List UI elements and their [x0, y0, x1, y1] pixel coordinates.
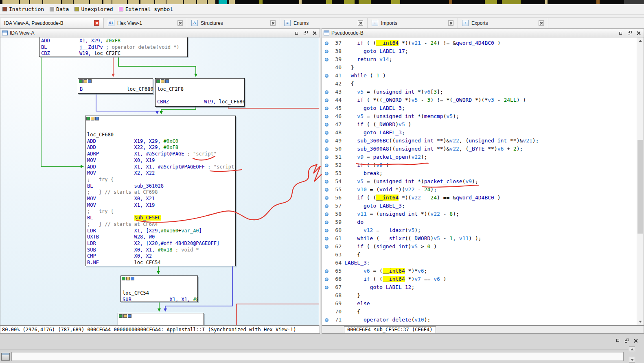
scroll-up-button[interactable] — [637, 37, 644, 44]
pseudocode-line[interactable]: 42 { — [322, 80, 637, 88]
line-marker-dot[interactable] — [325, 180, 329, 184]
scrollbar-thumb[interactable] — [637, 140, 643, 234]
asm-line[interactable]: BL sub_CE5EC — [87, 215, 234, 221]
basic-block[interactable]: loc_CF2F8 CBNZ W19, loc_CF680 — [155, 78, 245, 107]
line-marker-dot[interactable] — [325, 212, 329, 216]
pseudocode-line[interactable]: 54 v5 = (unsigned int *)packet_close(v9)… — [322, 177, 637, 186]
pseudocode-line[interactable]: 52 if ( !v9 ) — [322, 161, 637, 169]
asm-line[interactable]: loc_CF680 — [87, 132, 234, 138]
command-input[interactable] — [11, 352, 624, 361]
node-info-icon[interactable] — [128, 314, 131, 318]
line-marker-dot[interactable] — [325, 164, 329, 167]
pseudocode-line[interactable]: 41 while ( 1 ) — [322, 72, 637, 80]
ida-view-titlebar[interactable]: IDA View-A — [0, 28, 320, 37]
asm-line[interactable]: ; } // starts at CF698 — [87, 189, 234, 196]
asm-line[interactable]: UXTB W28, W0 — [87, 234, 234, 241]
line-marker-dot[interactable] — [325, 196, 329, 200]
restore-button[interactable] — [614, 337, 621, 343]
asm-line[interactable] — [157, 93, 243, 99]
line-marker-dot[interactable] — [325, 139, 329, 143]
node-color-icon[interactable] — [91, 117, 94, 120]
pseudocode-line[interactable]: 63 { — [322, 251, 637, 259]
tab-enums[interactable]: ≡Enums — [280, 18, 368, 28]
line-marker-dot[interactable] — [325, 318, 329, 322]
float-button[interactable] — [623, 337, 630, 343]
pseudocode-line[interactable]: 39 return v14; — [322, 55, 637, 63]
line-marker-dot[interactable] — [325, 107, 329, 110]
line-marker-dot[interactable] — [325, 131, 329, 135]
asm-line[interactable]: CBZ W19, loc_CF2FC — [41, 50, 186, 57]
float-button[interactable] — [302, 30, 309, 36]
node-info-icon[interactable] — [165, 79, 169, 83]
console-icon[interactable] — [1, 353, 10, 361]
node-color-icon[interactable] — [126, 277, 130, 280]
asm-line[interactable]: BL sub_361028 — [87, 183, 234, 190]
pseudocode-line[interactable]: 51 v9 = packet_open(v22); — [322, 153, 637, 161]
pseudocode-line[interactable]: 68 } — [322, 291, 637, 300]
restore-button[interactable] — [617, 30, 624, 36]
pseudocode-line[interactable]: 53 break; — [322, 169, 637, 177]
asm-line[interactable]: SUB X1, X1, #8 — [123, 297, 197, 302]
pseudocode-line[interactable]: 37 if ( (__int64 *)(v21 - 24) != &qword_… — [322, 39, 637, 47]
basic-block[interactable]: loc_CFC54SUB X1, X1, #8 — [120, 276, 198, 302]
pseudocode-line[interactable]: 50 sub_3600A8((unsigned int **)&v22, (_B… — [322, 145, 637, 153]
group-node-icon[interactable] — [119, 314, 123, 318]
tab-structures[interactable]: AStructures — [187, 18, 280, 28]
pseudocode-line[interactable]: 43 v5 = (unsigned int *)v6[3]; — [322, 88, 637, 96]
line-marker-dot[interactable] — [325, 221, 329, 224]
pseudocode-line[interactable]: 66 if ( (__int64 *)v7 == v6 ) — [322, 275, 637, 283]
tab-exports[interactable]: ↑Exports — [458, 18, 548, 28]
line-marker-dot[interactable] — [325, 188, 329, 192]
line-marker-dot[interactable] — [325, 229, 329, 232]
group-node-icon[interactable] — [156, 79, 160, 83]
node-color-icon[interactable] — [83, 79, 87, 83]
asm-line[interactable]: ; } // starts at CF6A4 — [87, 221, 234, 228]
line-marker-dot[interactable] — [325, 278, 329, 281]
line-marker-dot[interactable] — [325, 172, 329, 175]
line-marker-dot[interactable] — [325, 90, 329, 94]
asm-line[interactable]: ADD X1, X1, #aScript@PAGEOFF ; "script" — [87, 164, 234, 171]
pseudocode-line[interactable]: 57 goto LABEL_3; — [322, 202, 637, 210]
line-marker-dot[interactable] — [325, 269, 329, 273]
asm-line[interactable]: SUB X0, X1, #0x18 ; void * — [87, 247, 234, 254]
close-button[interactable] — [635, 30, 642, 36]
asm-line[interactable]: LDR X2, [X20,#off_4B4D20@PAGEOFF] — [87, 241, 234, 247]
tab-close-button[interactable] — [177, 20, 183, 26]
asm-line[interactable]: ADD X19, X29, #0xC0 — [87, 138, 234, 145]
tab-close-button[interactable] — [270, 20, 276, 26]
node-info-icon[interactable] — [95, 117, 99, 120]
float-button[interactable] — [626, 30, 633, 36]
pseudocode-line[interactable]: 59 do — [322, 218, 637, 226]
asm-line[interactable]: B.NE loc_CFC54 — [87, 260, 234, 266]
line-marker-dot[interactable] — [325, 58, 329, 61]
line-marker-dot[interactable] — [325, 98, 329, 102]
line-marker-dot[interactable] — [325, 204, 329, 208]
asm-line[interactable]: MOV X0, X19 — [87, 157, 234, 164]
pseudocode-line[interactable]: 49 sub_3606BC((unsigned int **)&v22, (un… — [322, 137, 637, 145]
tab-close-button[interactable] — [358, 20, 363, 26]
asm-line[interactable]: CBNZ W19, loc_CF680 — [157, 99, 243, 105]
line-marker-dot[interactable] — [325, 115, 329, 118]
asm-line[interactable]: CMP X0, X2 — [87, 253, 234, 260]
node-color-icon[interactable] — [161, 79, 164, 83]
dock-scroll-up[interactable] — [629, 346, 635, 352]
tab-hex-view-1[interactable]: 01Hex View-1 — [104, 18, 187, 28]
pseudocode-line[interactable]: 70 { — [322, 308, 637, 316]
tab-ida-view-a-pseudocode-b[interactable]: IDA View-A, Pseudocode-B — [0, 18, 104, 28]
asm-line[interactable]: MOV X0, X21 — [87, 196, 234, 202]
asm-line[interactable]: ADD X1, X29, #0xF8 — [41, 38, 186, 44]
pseudocode-line[interactable]: 44 if ( *((_QWORD *)v5 - 3) != *(_QWORD … — [322, 96, 637, 104]
pseudocode-line[interactable]: 56 if ( (__int64 *)(v22 - 24) == &qword_… — [322, 194, 637, 202]
line-marker-dot[interactable] — [325, 123, 329, 127]
line-marker-dot[interactable] — [325, 245, 329, 249]
pseudocode-line[interactable]: 64LABEL_3: — [322, 259, 637, 267]
pseudocode-line[interactable]: 69 else — [322, 300, 637, 308]
pseudocode-line[interactable]: 38 goto LABEL_17; — [322, 47, 637, 55]
basic-block[interactable]: B loc_CF680 — [78, 78, 153, 94]
asm-line[interactable]: ; try { — [87, 177, 234, 183]
close-button[interactable] — [632, 337, 639, 343]
line-marker-dot[interactable] — [325, 74, 329, 78]
basic-block[interactable]: ADD X1, X29, #0xF8BL j__ZdlPv ; operator… — [39, 37, 188, 57]
asm-line[interactable]: loc_CF2F8 — [157, 86, 243, 93]
navigation-band[interactable] — [0, 0, 644, 4]
